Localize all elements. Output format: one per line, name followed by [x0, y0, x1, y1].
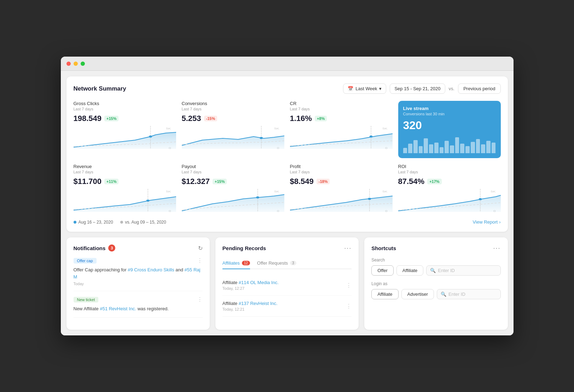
metric-sub-conversions: Last 7 days [182, 107, 284, 111]
svg-text:5K: 5K [274, 190, 279, 193]
tab-affiliates[interactable]: Affiliates 12 [222, 258, 250, 269]
close-icon[interactable] [66, 62, 71, 66]
bar-9 [445, 141, 449, 153]
titlebar [61, 57, 514, 71]
chart-profit: 5K 0 [290, 189, 393, 214]
notif-dots-2[interactable]: ⋮ [197, 296, 203, 303]
tab-affiliates-count: 12 [242, 261, 250, 265]
metric-profit: Profit Last 7 days $8.549 -18% [290, 164, 393, 214]
calendar-icon: 📅 [348, 86, 353, 91]
notif-text-2: New Affiliate #51 RevHeist Inc. was regi… [74, 305, 203, 312]
pending-item-1: Affiliate #114 OL Media Inc. Today, 12:2… [222, 275, 352, 296]
metric-sub-gross-clicks: Last 7 days [74, 107, 176, 111]
pending-time-1: Today, 12:27 [222, 286, 279, 290]
pending-item-1-content: Affiliate #114 OL Media Inc. Today, 12:2… [222, 280, 279, 290]
app-window: Network Summary 📅 Last Week ▾ Sep 15 - S… [61, 57, 514, 335]
notif-link-1a[interactable]: #9 Cross Enduro Skills [128, 267, 174, 272]
bar-7 [434, 143, 439, 153]
bottom-section: Notifications 3 ↻ Offer cap Offer Cap ap… [66, 237, 508, 330]
main-content: Network Summary 📅 Last Week ▾ Sep 15 - S… [61, 71, 514, 335]
login-advertiser-button[interactable]: Advertiser [401, 289, 434, 299]
view-report-button[interactable]: View Report › [473, 219, 501, 225]
legend-dot-current [74, 221, 76, 224]
login-buttons: Affiliate Advertiser 🔍 Enter ID [371, 289, 500, 299]
notif-text-before-1: Offer Cap approaching for [74, 267, 128, 272]
maximize-icon[interactable] [81, 62, 85, 66]
search-offer-button[interactable]: Offer [371, 265, 394, 276]
metric-value-cr: 1.16% [290, 114, 312, 123]
notif-tag-new-ticket: New ticket [74, 297, 99, 302]
pending-more-icon[interactable]: ··· [344, 244, 352, 252]
date-range-button[interactable]: 📅 Last Week ▾ [343, 83, 386, 94]
metric-sub-cr: Last 7 days [290, 107, 393, 111]
bar-5 [424, 138, 428, 154]
metric-label-cr: CR [290, 101, 393, 106]
login-id-input[interactable]: 🔍 Enter ID [437, 289, 500, 299]
svg-point-3 [149, 136, 152, 138]
search-affiliate-button[interactable]: Affiliate [396, 265, 423, 276]
metric-label-revenue: Revenue [74, 164, 176, 169]
metric-value-conversions: 5.253 [182, 114, 201, 123]
chart-conversions: 5K 0 [182, 126, 284, 151]
login-affiliate-button[interactable]: Affiliate [371, 289, 398, 299]
shortcuts-title: Shortcuts [371, 245, 396, 251]
metric-value-row-revenue: $11.700 +11% [74, 177, 176, 186]
svg-text:5K: 5K [166, 190, 171, 193]
previous-period-button[interactable]: Previous period [458, 83, 500, 94]
pending-link-1[interactable]: #114 OL Media Inc. [239, 280, 279, 285]
pending-records-card: Pending Records ··· Affiliates 12 Offer … [215, 237, 359, 330]
chart-roi: 5K 0 [398, 189, 501, 214]
pending-item-2-content: Affiliate #137 RevHeist Inc. Today, 12:2… [222, 301, 278, 311]
badge-roi: +17% [427, 179, 441, 184]
search-id-input[interactable]: 🔍 Enter ID [426, 265, 500, 276]
pending-link-2[interactable]: #137 RevHeist Inc. [239, 301, 278, 306]
notifications-count-badge: 3 [108, 244, 115, 252]
notif-text-before-2: New Affiliate [74, 306, 100, 311]
login-as-section: Login as Affiliate Advertiser 🔍 Enter ID [371, 281, 500, 299]
badge-cr: +8% [315, 116, 327, 121]
notif-text-1: Offer Cap approaching for #9 Cross Endur… [74, 266, 203, 280]
metric-value-row-payout: $12.327 +15% [182, 177, 284, 186]
pending-dots-1[interactable]: ⋮ [346, 282, 352, 289]
badge-revenue: +11% [104, 179, 118, 184]
notif-dots-1[interactable]: ⋮ [197, 257, 203, 264]
shortcuts-header: Shortcuts ··· [371, 244, 500, 252]
search-icon: 🔍 [430, 268, 436, 273]
metric-value-gross-clicks: 198.549 [74, 114, 102, 123]
notif-tag-offer-cap: Offer cap [74, 258, 97, 264]
minimize-icon[interactable] [74, 62, 78, 66]
pending-time-2: Today, 12:21 [222, 307, 278, 311]
bar-16 [481, 144, 485, 153]
bar-10 [450, 145, 454, 154]
metric-label-payout: Payout [182, 164, 284, 169]
bar-3 [413, 140, 418, 154]
metric-value-row-cr: 1.16% +8% [290, 114, 393, 123]
metrics-row-1: Gross Clicks Last 7 days 198.549 +15% [74, 101, 501, 158]
svg-point-11 [369, 136, 372, 138]
live-stream-value: 320 [403, 119, 496, 132]
notifications-title-text: Notifications [74, 245, 106, 251]
pending-dots-2[interactable]: ⋮ [346, 303, 352, 310]
metric-value-row-roi: 87.54% +17% [398, 177, 501, 186]
pending-tabs: Affiliates 12 Offer Requests 3 [222, 258, 352, 269]
bar-2 [408, 144, 412, 154]
svg-point-7 [260, 137, 263, 139]
svg-point-23 [368, 198, 371, 200]
metric-label-roi: ROI [398, 164, 501, 169]
metrics-row-2: Revenue Last 7 days $11.700 +11% [74, 164, 501, 214]
metric-payout: Payout Last 7 days $12.327 +15% [182, 164, 284, 214]
tab-offer-requests-label: Offer Requests [257, 260, 288, 266]
vs-label: vs. [449, 86, 455, 91]
bar-11 [455, 137, 459, 153]
tab-offer-requests[interactable]: Offer Requests 3 [257, 258, 296, 269]
notif-link-2a[interactable]: #51 RevHeist Inc. [100, 306, 136, 311]
login-placeholder: Enter ID [448, 292, 465, 297]
tab-affiliates-label: Affiliates [222, 260, 240, 266]
refresh-icon[interactable]: ↻ [198, 245, 203, 252]
pending-text-2: Affiliate #137 RevHeist Inc. [222, 301, 278, 306]
shortcuts-more-icon[interactable]: ··· [493, 244, 500, 252]
bar-8 [440, 147, 444, 154]
notification-item-2: New ticket New Affiliate #51 RevHeist In… [74, 296, 203, 318]
svg-text:5K: 5K [382, 190, 388, 193]
metric-label-conversions: Conversions [182, 101, 284, 106]
